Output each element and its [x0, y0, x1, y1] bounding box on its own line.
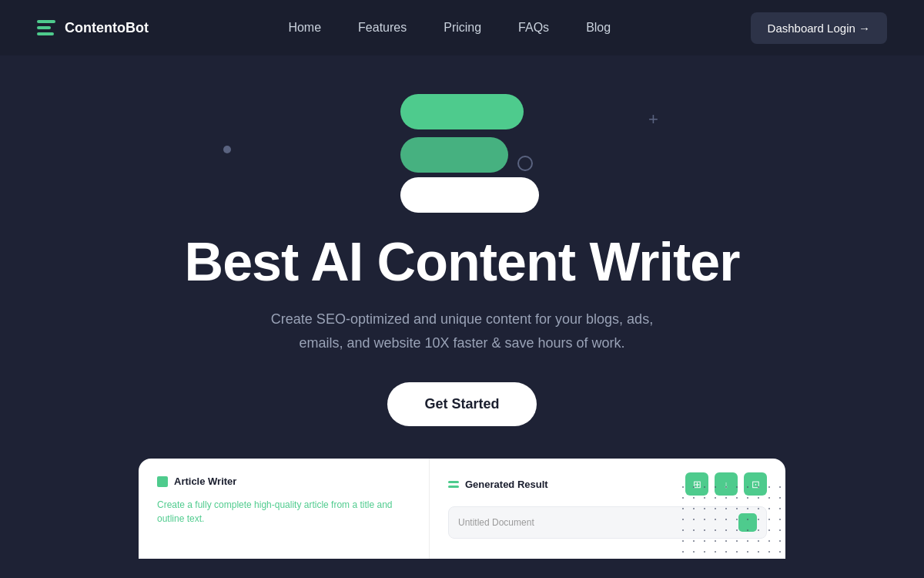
bar-1	[400, 94, 524, 129]
hero-subtitle-line1: Create SEO-optimized and unique content …	[271, 311, 653, 327]
get-started-button[interactable]: Get Started	[387, 382, 536, 426]
nav-link-pricing[interactable]: Pricing	[444, 21, 481, 34]
logo-text: ContentoBot	[65, 20, 149, 36]
navbar: ContentoBot Home Features Pricing FAQs B…	[0, 0, 924, 55]
nav-item-blog[interactable]: Blog	[586, 21, 611, 35]
hero-section: + Best AI Content Writer Create SEO-opti…	[0, 55, 924, 559]
bar-2	[400, 137, 508, 173]
dot-grid-decoration	[678, 482, 785, 559]
nav-item-features[interactable]: Features	[358, 21, 407, 35]
preview-left-panel: Article Writer Create a fully complete h…	[139, 459, 430, 559]
nav-link-features[interactable]: Features	[358, 21, 407, 34]
hero-subtitle-line2: emails, and website 10X faster & save ho…	[299, 335, 624, 351]
nav-item-faqs[interactable]: FAQs	[518, 21, 549, 35]
result-label-icon	[448, 481, 459, 483]
deco-dot-left	[223, 146, 231, 153]
nav-link-blog[interactable]: Blog	[586, 21, 611, 34]
nav-link-faqs[interactable]: FAQs	[518, 21, 549, 34]
nav-links: Home Features Pricing FAQs Blog	[288, 21, 611, 35]
document-title-placeholder: Untitled Document	[458, 517, 534, 528]
nav-item-pricing[interactable]: Pricing	[444, 21, 481, 35]
article-writer-label: Article Writer	[174, 476, 236, 487]
generated-result-label: Generated Result	[448, 479, 548, 490]
logo[interactable]: ContentoBot	[37, 20, 149, 36]
article-writer-description: Create a fully complete high-quality art…	[157, 498, 410, 526]
generated-result-text: Generated Result	[465, 479, 548, 490]
logo-icon	[37, 20, 55, 35]
hero-title: Best AI Content Writer	[185, 233, 740, 292]
nav-item-home[interactable]: Home	[288, 21, 321, 35]
hero-illustration	[354, 86, 570, 210]
result-label-icon2	[448, 486, 459, 488]
nav-link-home[interactable]: Home	[288, 21, 321, 34]
preview-left-label: Article Writer	[157, 476, 410, 487]
hero-subtitle: Create SEO-optimized and unique content …	[271, 307, 653, 355]
article-writer-icon	[157, 476, 168, 487]
dashboard-login-button[interactable]: Dashboard Login →	[751, 12, 887, 44]
deco-plus-icon: +	[648, 109, 658, 129]
bar-3	[400, 177, 539, 213]
